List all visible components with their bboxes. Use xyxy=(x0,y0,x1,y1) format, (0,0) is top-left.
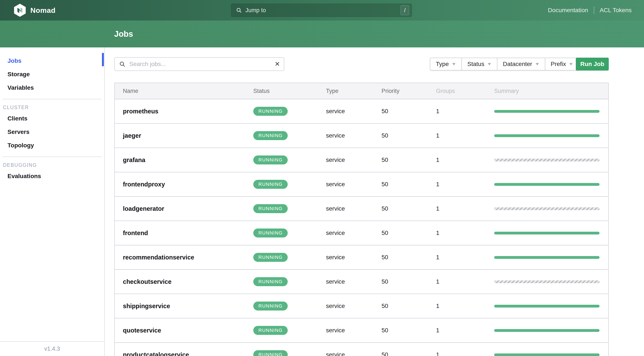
status-badge: RUNNING xyxy=(253,302,288,311)
table-row[interactable]: frontend RUNNING service 50 1 xyxy=(115,221,608,245)
datacenter-filter-dropdown[interactable]: Datacenter ▼ xyxy=(497,58,545,70)
brand[interactable]: Nomad xyxy=(14,0,56,20)
status-badge: RUNNING xyxy=(253,180,288,189)
summary-bar xyxy=(494,134,600,137)
top-nav-links: Documentation ACL Tokens xyxy=(548,0,632,20)
summary-bar xyxy=(494,232,600,235)
job-name[interactable]: loadgenerator xyxy=(115,205,253,212)
table-row[interactable]: frontendproxy RUNNING service 50 1 xyxy=(115,172,608,197)
table-row[interactable]: recommendationservice RUNNING service 50… xyxy=(115,245,608,270)
sidebar-item-storage[interactable]: Storage xyxy=(0,67,104,81)
summary-bar xyxy=(494,256,600,259)
job-priority: 50 xyxy=(382,132,436,139)
job-name[interactable]: grafana xyxy=(115,157,253,164)
chevron-down-icon: ▼ xyxy=(487,62,492,66)
job-priority: 50 xyxy=(382,278,436,285)
job-name[interactable]: frontendproxy xyxy=(115,181,253,188)
sidebar-primary-menu: Jobs Storage Variables xyxy=(0,47,104,94)
table-row[interactable]: prometheus RUNNING service 50 1 xyxy=(115,99,608,124)
acl-tokens-link[interactable]: ACL Tokens xyxy=(600,7,632,14)
sidebar-item-servers[interactable]: Servers xyxy=(0,125,104,139)
job-name[interactable]: checkoutservice xyxy=(115,278,253,285)
job-priority: 50 xyxy=(382,303,436,310)
chevron-down-icon: ▼ xyxy=(568,62,574,66)
table-row[interactable]: productcatalogservice RUNNING service 50… xyxy=(115,343,608,356)
job-groups: 1 xyxy=(436,108,494,115)
job-name[interactable]: quoteservice xyxy=(115,327,253,334)
status-badge: RUNNING xyxy=(253,277,288,286)
job-name[interactable]: frontend xyxy=(115,230,253,237)
job-groups: 1 xyxy=(436,351,494,356)
column-header-priority[interactable]: Priority xyxy=(382,88,436,94)
table-row[interactable]: grafana RUNNING service 50 1 xyxy=(115,148,608,172)
job-type: service xyxy=(326,303,382,310)
job-name[interactable]: recommendationservice xyxy=(115,254,253,261)
job-name[interactable]: shippingservice xyxy=(115,303,253,310)
summary-bar xyxy=(494,183,600,186)
job-priority: 50 xyxy=(382,254,436,261)
run-job-button[interactable]: Run Job xyxy=(576,58,609,70)
type-filter-dropdown[interactable]: Type ▼ xyxy=(430,58,462,70)
sidebar: Jobs Storage Variables CLUSTER Clients S… xyxy=(0,47,105,356)
summary-bar xyxy=(494,305,600,308)
sidebar-section-debugging: DEBUGGING xyxy=(3,161,104,169)
status-badge: RUNNING xyxy=(253,350,288,356)
table-row[interactable]: checkoutservice RUNNING service 50 1 xyxy=(115,270,608,294)
column-header-status[interactable]: Status xyxy=(253,88,326,94)
status-badge: RUNNING xyxy=(253,326,288,335)
prefix-filter-label: Prefix xyxy=(551,61,566,67)
job-type: service xyxy=(326,205,382,212)
job-table-body: prometheus RUNNING service 50 1 jaeger R… xyxy=(115,99,608,356)
search-icon xyxy=(236,7,242,13)
sidebar-debugging-menu: Evaluations xyxy=(0,169,104,183)
job-priority: 50 xyxy=(382,157,436,163)
search-icon xyxy=(119,61,126,67)
type-filter-label: Type xyxy=(436,61,449,67)
status-badge: RUNNING xyxy=(253,204,288,213)
job-type: service xyxy=(326,108,382,115)
job-groups: 1 xyxy=(436,230,494,236)
summary-bar xyxy=(494,354,600,356)
page-header: Jobs xyxy=(0,20,644,47)
job-type: service xyxy=(326,278,382,285)
status-filter-dropdown[interactable]: Status ▼ xyxy=(462,58,497,70)
job-type: service xyxy=(326,230,382,236)
job-name[interactable]: jaeger xyxy=(115,132,253,139)
prefix-filter-dropdown[interactable]: Prefix ▼ xyxy=(545,58,578,70)
jobs-search-box[interactable]: ✕ xyxy=(114,57,284,71)
table-row[interactable]: loadgenerator RUNNING service 50 1 xyxy=(115,197,608,221)
clear-search-icon[interactable]: ✕ xyxy=(275,61,280,67)
table-row[interactable]: jaeger RUNNING service 50 1 xyxy=(115,124,608,148)
sidebar-item-variables[interactable]: Variables xyxy=(0,81,104,94)
nomad-logo-icon xyxy=(14,3,26,17)
jobs-search-input[interactable] xyxy=(129,60,275,68)
status-badge: RUNNING xyxy=(253,131,288,140)
sidebar-item-jobs[interactable]: Jobs xyxy=(0,54,104,67)
sidebar-item-clients[interactable]: Clients xyxy=(0,112,104,125)
job-name[interactable]: prometheus xyxy=(115,108,253,115)
summary-bar xyxy=(494,329,600,332)
table-header-row: Name Status Type Priority Groups Summary xyxy=(115,83,608,99)
column-header-groups: Groups xyxy=(436,88,494,94)
slash-shortcut-key: / xyxy=(400,5,409,15)
documentation-link[interactable]: Documentation xyxy=(548,7,588,14)
status-badge: RUNNING xyxy=(253,107,288,116)
filter-group: Type ▼ Status ▼ Datacenter ▼ Prefix ▼ xyxy=(430,58,579,70)
status-badge: RUNNING xyxy=(253,229,288,238)
chevron-down-icon: ▼ xyxy=(451,62,456,66)
column-header-type[interactable]: Type xyxy=(326,88,382,94)
jump-to-input[interactable] xyxy=(245,7,400,14)
job-groups: 1 xyxy=(436,181,494,188)
links-divider xyxy=(594,6,594,14)
sidebar-section-cluster: CLUSTER xyxy=(3,103,104,112)
table-row[interactable]: quoteservice RUNNING service 50 1 xyxy=(115,319,608,343)
job-priority: 50 xyxy=(382,108,436,115)
job-groups: 1 xyxy=(436,132,494,139)
sidebar-divider xyxy=(2,99,102,99)
jump-to-search[interactable]: / xyxy=(231,4,412,17)
sidebar-item-topology[interactable]: Topology xyxy=(0,139,104,152)
sidebar-item-evaluations[interactable]: Evaluations xyxy=(0,169,104,183)
table-row[interactable]: shippingservice RUNNING service 50 1 xyxy=(115,294,608,319)
column-header-name[interactable]: Name xyxy=(115,88,253,94)
job-name[interactable]: productcatalogservice xyxy=(115,351,253,356)
